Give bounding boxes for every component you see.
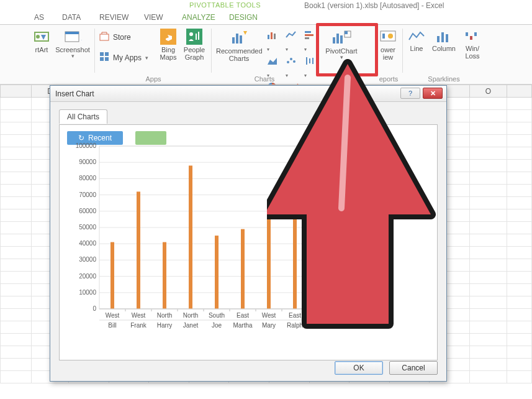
- sparkline-column-button[interactable]: Column: [431, 29, 457, 52]
- svg-rect-90: [241, 229, 245, 309]
- tab-design[interactable]: DESIGN: [229, 13, 258, 22]
- svg-text:30000: 30000: [79, 256, 96, 263]
- myapps-label: My Apps: [113, 53, 142, 62]
- svg-rect-86: [215, 236, 219, 309]
- tab-view[interactable]: VIEW: [144, 13, 163, 22]
- svg-point-40: [388, 34, 393, 39]
- store-button[interactable]: Store: [99, 31, 153, 43]
- svg-text:+: +: [81, 37, 82, 44]
- svg-text:Tom: Tom: [341, 322, 353, 329]
- svg-rect-102: [319, 182, 323, 309]
- svg-rect-46: [474, 32, 477, 36]
- svg-text:Martha: Martha: [233, 322, 253, 329]
- ribbon: rtArt + Screenshot ▾ Store My Apps ▾ Bin…: [0, 25, 532, 85]
- svg-text:East: East: [315, 312, 327, 319]
- tab-data[interactable]: DATA: [62, 13, 81, 22]
- store-label: Store: [113, 33, 131, 42]
- col-header-partial[interactable]: [1, 85, 32, 98]
- svg-rect-8: [100, 57, 104, 61]
- group-reports-label: eports: [375, 75, 402, 83]
- group-charts-label: Charts: [211, 75, 318, 83]
- sparkline-line-button[interactable]: Line: [407, 29, 426, 52]
- svg-rect-22: [305, 34, 313, 36]
- tab-review[interactable]: REVIEW: [99, 13, 128, 22]
- dialog-help-button[interactable]: ?: [400, 88, 420, 99]
- svg-point-25: [290, 58, 292, 60]
- svg-text:West: West: [106, 312, 120, 319]
- tab-analyze[interactable]: ANALYZE: [182, 13, 215, 22]
- dialog-close-button[interactable]: ✕: [423, 88, 443, 99]
- tab-all-charts[interactable]: All Charts: [59, 109, 107, 124]
- svg-rect-106: [345, 196, 349, 309]
- svg-rect-5: [100, 34, 109, 40]
- sparkline-line-label: Line: [407, 45, 426, 52]
- bar-chart-icon[interactable]: ▾: [267, 30, 278, 53]
- powerview-button[interactable]: ower iew: [379, 29, 397, 61]
- recommendedcharts-label: Recommended Charts: [216, 47, 262, 62]
- peoplegraph-button[interactable]: People Graph: [183, 29, 206, 61]
- svg-text:70000: 70000: [79, 191, 96, 198]
- svg-text:East: East: [237, 312, 249, 319]
- chart-preview-panel: ↻Recent Sum of 0100002000030000400005000…: [59, 124, 438, 360]
- svg-point-1: [36, 35, 40, 39]
- sparkline-column-label: Column: [431, 45, 457, 52]
- dialog-title-text: Insert Chart: [55, 89, 94, 98]
- cancel-button[interactable]: Cancel: [389, 361, 438, 375]
- svg-rect-94: [267, 216, 271, 309]
- svg-rect-3: [65, 32, 79, 34]
- svg-rect-43: [446, 34, 448, 42]
- svg-text:80000: 80000: [79, 175, 96, 181]
- dialog-titlebar[interactable]: Insert Chart ? ✕: [50, 86, 446, 102]
- powerview-label: ower iew: [379, 46, 397, 61]
- svg-text:Frank: Frank: [130, 322, 147, 329]
- svg-text:North: North: [157, 312, 172, 319]
- ribbon-tabs: AS DATA REVIEW VIEW ANALYZE DESIGN: [0, 11, 532, 25]
- svg-rect-44: [466, 32, 468, 36]
- svg-text:Janet: Janet: [183, 322, 199, 329]
- svg-rect-78: [163, 242, 166, 309]
- document-title: Book1 (version 1).xlsb [Autosaved] - Exc…: [304, 1, 444, 10]
- svg-text:60000: 60000: [79, 208, 96, 214]
- svg-text:North: North: [183, 312, 198, 319]
- sparkline-winloss-button[interactable]: Win/ Loss: [462, 29, 483, 60]
- svg-rect-17: [240, 35, 242, 44]
- svg-text:20000: 20000: [79, 273, 96, 280]
- svg-rect-23: [305, 37, 309, 39]
- app-titlebar: PIVOTTABLE TOOLS Book1 (version 1).xlsb …: [0, 0, 532, 11]
- svg-text:West: West: [262, 312, 276, 319]
- smartart-label: rtArt: [32, 46, 51, 53]
- screenshot-icon: +: [55, 29, 91, 45]
- recommendedcharts-button[interactable]: Recommended Charts: [216, 29, 262, 62]
- col-header[interactable]: [507, 85, 532, 98]
- bingmaps-button[interactable]: Bing Maps: [158, 29, 178, 61]
- hbar-chart-icon[interactable]: ▾: [304, 30, 315, 53]
- svg-rect-98: [293, 193, 297, 309]
- svg-rect-18: [268, 35, 269, 39]
- peoplegraph-label: People Graph: [183, 46, 206, 61]
- line-chart-icon[interactable]: ▾: [286, 30, 297, 53]
- smartart-button[interactable]: rtArt: [32, 29, 51, 53]
- svg-text:South: South: [339, 312, 355, 319]
- col-header-o[interactable]: O: [470, 85, 507, 98]
- insert-chart-dialog: Insert Chart ? ✕ All Charts ↻Recent Sum …: [50, 85, 447, 382]
- separator: [211, 29, 212, 73]
- svg-rect-6: [100, 52, 104, 56]
- svg-rect-13: [196, 34, 197, 40]
- svg-rect-11: [186, 29, 202, 45]
- svg-rect-74: [137, 191, 140, 309]
- myapps-button[interactable]: My Apps ▾: [99, 52, 153, 63]
- bar-chart-svg: 0100002000030000400005000060000700008000…: [68, 142, 366, 344]
- svg-rect-16: [236, 34, 238, 44]
- store-icon: [99, 31, 109, 43]
- svg-rect-70: [110, 242, 114, 309]
- screenshot-button[interactable]: + Screenshot ▾: [55, 29, 91, 59]
- svg-text:South: South: [209, 312, 225, 319]
- tab-formulas-partial[interactable]: AS: [34, 13, 44, 22]
- svg-point-12: [189, 32, 193, 36]
- svg-rect-21: [305, 31, 311, 33]
- svg-text:40000: 40000: [79, 240, 96, 247]
- svg-text:West: West: [132, 312, 146, 319]
- group-apps-label: Apps: [94, 75, 212, 83]
- ok-button[interactable]: OK: [335, 361, 383, 375]
- svg-rect-10: [160, 29, 176, 45]
